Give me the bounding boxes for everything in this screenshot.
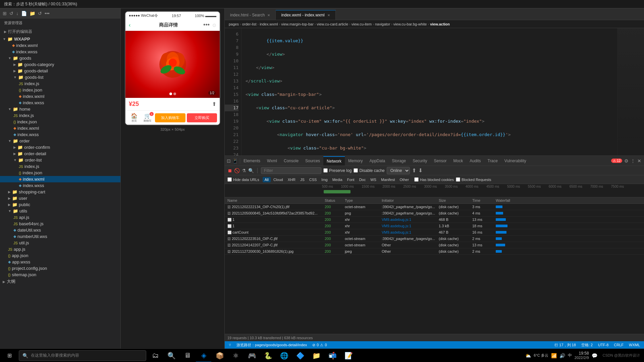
tab-trace[interactable]: Trace bbox=[484, 157, 501, 165]
notification-icon[interactable]: 💬 bbox=[592, 353, 597, 358]
order-detail-folder[interactable]: ▶ 📁 order-detail bbox=[0, 150, 120, 157]
goods-list-indexjson[interactable]: {} index.json bbox=[0, 87, 120, 93]
close-devtools-icon[interactable]: ✕ bbox=[637, 158, 641, 164]
table-row[interactable]: ⬜1 200 xhr VM9.asdebug.js:1 468 B 13 ms bbox=[225, 217, 644, 223]
table-row[interactable]: 🖼20211202222134_OIP-C%20(1).jfif 200 oct… bbox=[225, 204, 644, 210]
utils-folder[interactable]: ▼ 📁 utils bbox=[0, 208, 120, 214]
utils-apijs[interactable]: JS api.js bbox=[0, 214, 120, 221]
tab-elements[interactable]: Elements bbox=[240, 157, 264, 165]
wxapp-folder[interactable]: ▼ 📁 WXAPP bbox=[0, 36, 120, 42]
order-list-indexjs[interactable]: JS index.js bbox=[0, 163, 120, 170]
record-stop-icon[interactable]: ⏹ bbox=[227, 168, 232, 173]
home-icon-btn[interactable]: 🏠 首页 bbox=[128, 113, 140, 123]
filter-css[interactable]: CSS bbox=[307, 177, 319, 182]
tab-search[interactable]: index.html - Search ✕ bbox=[225, 10, 276, 20]
filter-doc[interactable]: Doc bbox=[357, 177, 368, 182]
table-row[interactable]: ⬜1 200 xhr VM9.asdebug.js:1 1.3 kB 18 ms bbox=[225, 223, 644, 229]
order-list-indexjson[interactable]: {} index.json bbox=[0, 170, 120, 176]
goods-detail-folder[interactable]: ▶ 📁 goods-detail bbox=[0, 68, 120, 74]
tab-wxml[interactable]: Wxml bbox=[264, 157, 280, 165]
tab-sources[interactable]: Sources bbox=[302, 157, 323, 165]
open-editors-section[interactable]: ▶ 打开的编辑器 bbox=[0, 27, 120, 36]
filter-manifest[interactable]: Manifest bbox=[379, 177, 397, 182]
table-row[interactable]: 🖼20211127200030_1636891826(1).jpg 200 jp… bbox=[225, 248, 644, 255]
taskbar-app-2[interactable]: 🔍 bbox=[164, 349, 179, 362]
start-button[interactable]: ⊞ bbox=[1, 349, 17, 362]
tab-network[interactable]: Network bbox=[323, 156, 345, 166]
cart-icon-btn[interactable]: 🛒 购物车 1 bbox=[142, 113, 154, 123]
blocked-requests-checkbox[interactable]: Blocked Requests bbox=[456, 177, 491, 182]
tab-memory[interactable]: Memory bbox=[345, 157, 366, 165]
taskbar-app-10[interactable]: 📁 bbox=[309, 349, 324, 362]
import-icon[interactable]: ⬆ bbox=[412, 167, 416, 174]
filter-input[interactable] bbox=[261, 167, 321, 174]
taskbar-app-11[interactable]: 📬 bbox=[325, 349, 340, 362]
taskbar-search-box[interactable]: 🔍 在这里输入你要搜索的内容 bbox=[19, 350, 146, 361]
sitemap-json[interactable]: {} sitemap.json bbox=[0, 272, 120, 278]
home-indexwxss[interactable]: ◆ index.wxss bbox=[0, 131, 120, 138]
order-confirm-folder[interactable]: ▶ 📁 order-confirm bbox=[0, 144, 120, 150]
tab-console[interactable]: Console bbox=[280, 157, 302, 165]
appjson[interactable]: {} app.json bbox=[0, 252, 120, 259]
order-folder[interactable]: ▼ 📁 order bbox=[0, 138, 120, 144]
order-list-indexwxml-active[interactable]: ◆ index.wxml bbox=[0, 176, 120, 182]
taskbar-app-vscode[interactable]: ◈ bbox=[196, 349, 211, 362]
taskbar-app-3[interactable]: 🖥 bbox=[180, 349, 195, 362]
inspect-icon[interactable]: ⊡ bbox=[227, 158, 231, 164]
taskbar-app-6[interactable]: 🎮 bbox=[244, 349, 260, 362]
search-icon[interactable]: 🔍 bbox=[248, 168, 254, 173]
table-row[interactable]: ⬜cartCount 200 xhr VM9.asdebug.js:1 467 … bbox=[225, 229, 644, 236]
home-folder[interactable]: ▼ 📁 home bbox=[0, 106, 120, 112]
utils-numberutilwxs[interactable]: ◆ numberUtil.wxs bbox=[0, 233, 120, 240]
outline-folder[interactable]: ▶ 大纲 bbox=[0, 278, 120, 285]
filter-all[interactable]: All bbox=[263, 177, 271, 182]
disable-cache-checkbox[interactable]: Disable cache bbox=[354, 168, 384, 173]
add-to-cart-button[interactable]: 加入购物车 bbox=[155, 113, 185, 122]
code-editor[interactable]: 6 7 8 9 10 11 12 13 14 15 16 17 18 19 20… bbox=[225, 28, 644, 156]
utils-utiljs[interactable]: JS util.js bbox=[0, 240, 120, 246]
filter-ws[interactable]: WS bbox=[368, 177, 378, 182]
back-icon[interactable]: ‹ bbox=[129, 22, 130, 28]
network-table-container[interactable]: Name Status Type Initiator Size Time Wat… bbox=[225, 197, 644, 334]
tab-close-icon[interactable]: ✕ bbox=[267, 13, 270, 17]
file-index-wxml-root[interactable]: ◆ index.wxml bbox=[0, 42, 120, 49]
shopping-cart-folder[interactable]: ▶ 📁 shopping-cart bbox=[0, 189, 120, 195]
goods-list-indexwxml[interactable]: ◆ index.wxml bbox=[0, 93, 120, 100]
tab-appdata[interactable]: AppData bbox=[366, 157, 388, 165]
taskbar-app-1[interactable]: 🗂 bbox=[148, 349, 163, 362]
device-icon[interactable]: 📱 bbox=[232, 158, 238, 164]
public-folder[interactable]: ▶ 📁 public bbox=[0, 201, 120, 208]
project-config-json[interactable]: {} project.config.json bbox=[0, 265, 120, 272]
filter-media[interactable]: Media bbox=[330, 177, 344, 182]
tab-audits[interactable]: Audits bbox=[466, 157, 484, 165]
tab-close-icon[interactable]: ✕ bbox=[327, 13, 330, 17]
buy-now-button[interactable]: 立即购买 bbox=[187, 113, 217, 122]
filter-img[interactable]: Img bbox=[319, 177, 329, 182]
filter-font[interactable]: Font bbox=[345, 177, 357, 182]
more-icon[interactable]: ••• bbox=[203, 21, 210, 28]
filter-other[interactable]: Other bbox=[398, 177, 411, 182]
user-folder[interactable]: ▶ 📁 user bbox=[0, 195, 120, 201]
tab-vulnerability[interactable]: Vulnerability bbox=[501, 157, 530, 165]
tab-storage[interactable]: Storage bbox=[388, 157, 409, 165]
home-indexwxml[interactable]: ◆ index.wxml bbox=[0, 125, 120, 131]
share-icon[interactable]: ⬆ bbox=[212, 101, 216, 107]
camera-icon[interactable]: ⊙ bbox=[212, 22, 216, 28]
appjs[interactable]: JS app.js bbox=[0, 246, 120, 252]
tab-security[interactable]: Security bbox=[409, 157, 430, 165]
tab-wxml-active[interactable]: index.wxml - index.wxml ✕ bbox=[276, 10, 335, 20]
goods-list-folder[interactable]: ▼ 📁 goods-list bbox=[0, 74, 120, 80]
filter-js[interactable]: JS bbox=[298, 177, 307, 182]
filter-cloud[interactable]: Cloud bbox=[271, 177, 285, 182]
taskbar-app-7[interactable]: 🐍 bbox=[260, 349, 276, 362]
tab-mock[interactable]: Mock bbox=[450, 157, 467, 165]
taskbar-app-4[interactable]: 📦 bbox=[212, 349, 227, 362]
table-row[interactable]: 🖼20211204142207_OIP-C.jfif 200 octet-str… bbox=[225, 242, 644, 248]
order-list-folder[interactable]: ▼ 📁 order-list bbox=[0, 157, 120, 163]
goods-folder[interactable]: ▼ 📁 goods bbox=[0, 55, 120, 61]
taskbar-app-9[interactable]: 🔷 bbox=[292, 349, 308, 362]
taskbar-app-5[interactable]: ⚛ bbox=[228, 349, 244, 362]
table-row[interactable]: 🖼20211202223516_OIP-C.jfif 200 octet-str… bbox=[225, 236, 644, 242]
online-selector[interactable]: Online bbox=[387, 167, 410, 174]
filter-icon[interactable]: ⚗ bbox=[242, 168, 246, 173]
